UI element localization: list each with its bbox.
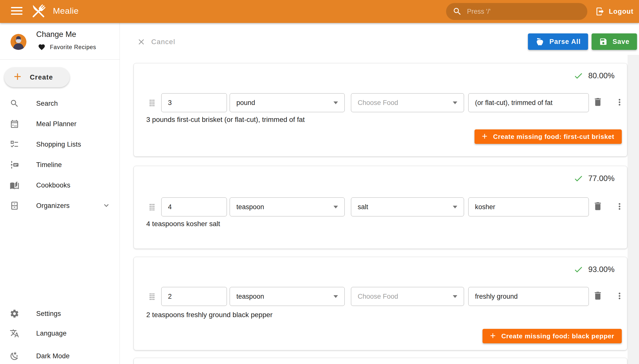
magnify-icon: [10, 98, 20, 108]
check-icon: [573, 264, 583, 274]
more-options-button[interactable]: [614, 97, 624, 108]
plus-icon: +: [490, 331, 496, 340]
sidebar-item-timeline[interactable]: Timeline: [0, 154, 120, 175]
translate-icon: [10, 328, 20, 338]
sidebar-divider: [0, 59, 120, 60]
original-text: 2 teaspoons freshly ground black pepper: [146, 311, 273, 319]
save-button[interactable]: Save: [592, 34, 637, 50]
ingredient-card: [134, 358, 627, 364]
sidebar-item-meal-planner[interactable]: Meal Planner: [0, 114, 120, 134]
editor-toolbar: Cancel Parse All Save: [120, 33, 639, 50]
search-bar[interactable]: [446, 3, 587, 20]
apple-icon: [535, 37, 544, 46]
caret-down-icon: [333, 206, 338, 208]
caret-down-icon: [453, 206, 457, 208]
create-label: Create: [30, 74, 53, 81]
calendar-icon: [10, 119, 20, 129]
plus-icon: +: [482, 132, 488, 141]
ingredient-card: 93.00% teaspoon Choose Food: [134, 257, 627, 350]
delete-button[interactable]: [593, 201, 603, 212]
drag-handle[interactable]: [148, 98, 156, 108]
user-avatar[interactable]: [11, 34, 27, 50]
checklist-icon: [10, 139, 20, 149]
logout-button[interactable]: Logout: [594, 4, 635, 20]
delete-button[interactable]: [593, 290, 603, 302]
gear-icon: [10, 309, 20, 318]
caret-down-icon: [333, 102, 338, 104]
sidebar-item-shopping-lists[interactable]: Shopping Lists: [0, 134, 120, 154]
main-content: Cancel Parse All Save 80.00%: [120, 23, 639, 364]
book-open-icon: [10, 180, 20, 190]
ingredient-fields-row: teaspoon Choose Food: [134, 287, 627, 306]
ingredient-fields-row: pound Choose Food: [134, 93, 627, 112]
unit-select[interactable]: pound: [230, 93, 345, 112]
drag-handle[interactable]: [148, 292, 156, 302]
app-title: Mealie: [53, 6, 79, 16]
unit-select[interactable]: teaspoon: [230, 198, 345, 216]
food-select[interactable]: salt: [351, 198, 464, 216]
timeline-icon: [10, 160, 20, 170]
app-header: Mealie Logout: [0, 0, 639, 23]
parse-all-label: Parse All: [549, 38, 581, 46]
sidebar-item-cookbooks[interactable]: Cookbooks: [0, 175, 120, 196]
create-missing-food-button[interactable]: + Create missing food: first-cut brisket: [475, 130, 622, 144]
confidence-badge: 77.00%: [573, 174, 614, 184]
cancel-button[interactable]: Cancel: [135, 35, 177, 49]
confidence-badge: 93.00%: [573, 264, 614, 274]
save-label: Save: [612, 38, 629, 46]
more-options-button[interactable]: [614, 291, 624, 302]
favorite-recipes-link[interactable]: Favorite Recipes: [38, 44, 96, 51]
create-button[interactable]: + Create: [4, 67, 70, 87]
user-name[interactable]: Change Me: [36, 30, 76, 39]
sidebar-item-language[interactable]: Language: [0, 323, 120, 344]
ingredient-card: 77.00% teaspoon salt: [134, 166, 627, 249]
ingredient-card: 80.00% pound Choose Food: [134, 63, 627, 156]
chevron-down-icon: [102, 201, 111, 211]
cancel-label: Cancel: [151, 38, 175, 46]
unit-select[interactable]: teaspoon: [230, 287, 345, 306]
caret-down-icon: [453, 295, 457, 298]
favorite-recipes-label: Favorite Recipes: [50, 44, 96, 50]
drag-handle[interactable]: [148, 202, 156, 212]
note-input[interactable]: [468, 287, 589, 306]
menu-icon[interactable]: [11, 7, 23, 16]
food-select[interactable]: Choose Food: [351, 93, 464, 112]
food-select[interactable]: Choose Food: [351, 287, 464, 306]
cabinet-icon: [10, 201, 20, 211]
plus-icon: +: [14, 70, 21, 83]
quantity-input[interactable]: [161, 287, 227, 306]
confidence-badge: 80.00%: [573, 71, 614, 81]
sidebar-item-settings[interactable]: Settings: [0, 304, 120, 324]
sidebar-item-organizers[interactable]: Organizers: [0, 196, 120, 216]
sidebar-item-dark-mode[interactable]: Dark Mode: [0, 346, 120, 364]
parse-all-button[interactable]: Parse All: [528, 34, 588, 50]
sidebar-item-search[interactable]: Search: [0, 93, 120, 114]
scrollbar-track[interactable]: [627, 55, 639, 364]
quantity-input[interactable]: [161, 93, 227, 112]
save-icon: [599, 38, 607, 46]
search-icon: [453, 7, 462, 16]
original-text: 4 teaspoons kosher salt: [146, 220, 220, 228]
check-icon: [573, 71, 583, 81]
quantity-input[interactable]: [161, 198, 227, 216]
more-options-button[interactable]: [614, 202, 624, 212]
sidebar: Change Me Favorite Recipes + Create Sear…: [0, 23, 120, 364]
search-input[interactable]: [467, 8, 581, 16]
close-icon: [137, 38, 146, 46]
ingredient-fields-row: teaspoon salt: [134, 198, 627, 216]
note-input[interactable]: [468, 93, 589, 112]
heart-icon: [38, 44, 46, 51]
original-text: 3 pounds first-cut brisket (or flat-cut)…: [146, 116, 305, 124]
create-missing-food-button[interactable]: + Create missing food: black pepper: [483, 329, 622, 343]
logout-label: Logout: [609, 8, 633, 16]
check-icon: [573, 174, 583, 184]
caret-down-icon: [453, 102, 457, 104]
delete-button[interactable]: [593, 97, 603, 108]
moon-icon: [10, 351, 20, 361]
logout-icon: [595, 7, 605, 16]
caret-down-icon: [333, 295, 338, 298]
silverware-logo-icon[interactable]: [29, 2, 48, 22]
mealie-app: Mealie Logout Change Me: [0, 0, 639, 364]
note-input[interactable]: [468, 198, 589, 216]
